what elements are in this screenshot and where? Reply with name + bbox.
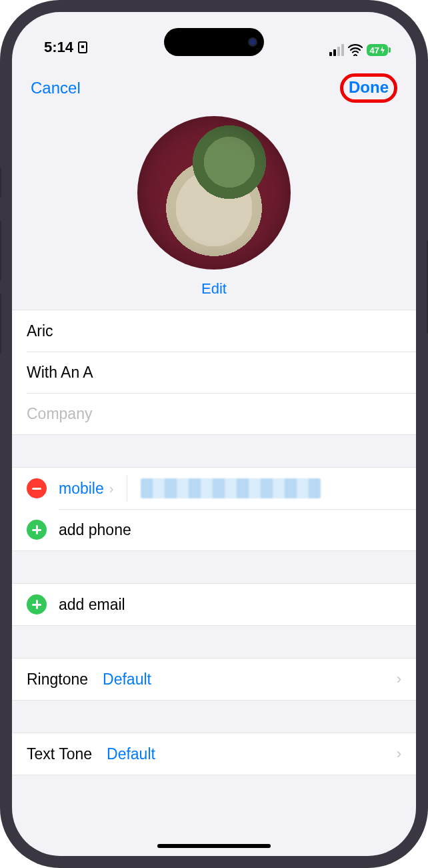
texttone-label: Text Tone	[27, 745, 92, 763]
avatar-section: Edit	[12, 111, 416, 310]
side-button-volume-down	[0, 294, 1, 354]
email-group: add email	[12, 583, 416, 626]
name-group: Aric With An A Company	[12, 310, 416, 435]
last-name-value: With An A	[27, 364, 93, 382]
camera-icon	[248, 37, 257, 47]
dynamic-island	[164, 28, 264, 56]
first-name-value: Aric	[27, 322, 53, 340]
home-indicator[interactable]	[157, 844, 271, 848]
ringtone-row[interactable]: Ringtone Default ›	[12, 659, 416, 700]
first-name-field[interactable]: Aric	[12, 310, 416, 352]
done-highlight: Done	[340, 73, 397, 103]
battery-indicator: 47	[367, 44, 388, 56]
texttone-row[interactable]: Text Tone Default ›	[12, 733, 416, 775]
ringtone-value: Default	[103, 671, 151, 689]
device-frame: 5:14 47 Cancel Done Edit Aric	[0, 0, 428, 868]
nav-bar: Cancel Done	[12, 57, 416, 111]
add-phone-row[interactable]: add phone	[12, 509, 416, 550]
phone-type-button[interactable]: mobile	[59, 480, 104, 498]
svg-rect-1	[81, 45, 84, 48]
done-button[interactable]: Done	[349, 78, 389, 96]
chevron-right-icon: ›	[397, 671, 401, 688]
ringtone-group: Ringtone Default ›	[12, 658, 416, 701]
contact-avatar[interactable]	[137, 116, 291, 270]
side-button-volume-up	[0, 220, 1, 280]
last-name-field[interactable]: With An A	[12, 352, 416, 393]
add-phone-label: add phone	[59, 521, 131, 539]
add-phone-icon[interactable]	[27, 520, 47, 540]
edit-photo-button[interactable]: Edit	[201, 280, 227, 298]
status-time: 5:14	[44, 39, 73, 56]
ringtone-label: Ringtone	[27, 671, 88, 689]
signal-icon	[329, 44, 344, 56]
side-button-silent	[0, 168, 1, 197]
divider	[127, 475, 127, 502]
company-placeholder: Company	[27, 405, 92, 423]
add-email-row[interactable]: add email	[12, 584, 416, 625]
chevron-right-icon: ›	[109, 481, 114, 496]
company-field[interactable]: Company	[12, 393, 416, 434]
orientation-lock-icon	[77, 41, 88, 53]
phone-group: mobile › add phone	[12, 467, 416, 551]
chevron-right-icon: ›	[397, 745, 401, 763]
phone-entry-row[interactable]: mobile ›	[12, 468, 416, 509]
wifi-icon	[348, 44, 363, 56]
phone-number-redacted[interactable]	[141, 478, 321, 498]
remove-phone-icon[interactable]	[27, 478, 47, 498]
texttone-group: Text Tone Default ›	[12, 733, 416, 775]
add-email-label: add email	[59, 596, 125, 614]
screen: 5:14 47 Cancel Done Edit Aric	[12, 12, 416, 856]
add-email-icon[interactable]	[27, 594, 47, 614]
texttone-value: Default	[107, 745, 155, 763]
cancel-button[interactable]: Cancel	[31, 79, 81, 97]
